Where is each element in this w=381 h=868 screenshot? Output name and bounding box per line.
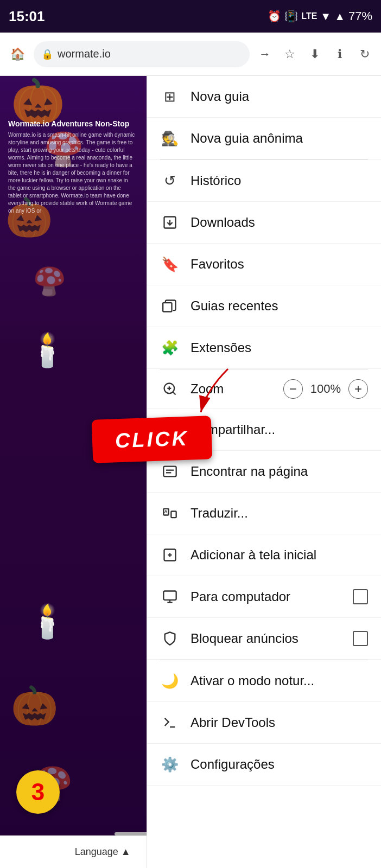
candle-icon: 🕯️ [27,331,68,369]
menu-label-traduzir: Traduzir... [190,506,368,521]
info-button[interactable]: ℹ [329,43,351,65]
new-tab-icon: ⊞ [160,87,180,106]
recent-tabs-icon [160,296,180,316]
para-computador-checkbox[interactable] [353,589,368,604]
bloquear-anuncios-checkbox[interactable] [353,631,368,646]
menu-label-compartilhar: Compartilhar... [190,422,368,437]
bookmark-button[interactable]: ☆ [279,43,301,65]
menu-item-adicionar-tela[interactable]: Adicionar à tela inicial [147,534,381,576]
number-badge: 3 [16,770,60,814]
history-icon: ↺ [160,171,180,190]
svg-rect-2 [163,303,172,311]
menu-item-para-computador[interactable]: Para computador [147,576,381,618]
status-time: 15:01 [9,8,45,25]
extensions-icon: 🧩 [160,338,180,358]
vibrate-icon: 📳 [284,10,298,23]
menu-item-nova-guia[interactable]: ⊞ Nova guia [147,76,381,118]
zoom-out-button[interactable]: − [283,379,303,399]
menu-item-traduzir[interactable]: A| Traduzir... [147,493,381,534]
zoom-controls: − 100% + [283,379,368,399]
refresh-button[interactable]: ↻ [354,43,376,65]
url-box[interactable]: 🔒 wormate.io [34,41,250,67]
click-text: CLICK [115,426,189,452]
menu-label-adicionar-tela: Adicionar à tela inicial [190,547,368,563]
battery-text: 77% [348,9,372,23]
svg-rect-16 [171,512,176,518]
add-home-icon [160,545,180,565]
menu-label-nova-guia-anonima: Nova guia anônima [190,131,368,146]
menu-item-favoritos[interactable]: 🔖 Favoritos [147,244,381,285]
zoom-value: 100% [310,382,341,396]
desktop-icon [160,587,180,607]
find-icon [160,462,180,481]
home-icon: 🏠 [10,47,25,61]
badge-number: 3 [31,778,45,806]
svg-line-4 [173,392,175,394]
home-button[interactable]: 🏠 [5,42,29,66]
menu-label-bloquear-anuncios: Bloquear anúncios [190,631,342,646]
svg-text:A|: A| [164,509,169,514]
game-title: Wormate.io Adventures Non-Stop [8,119,136,128]
language-button[interactable]: Language ▲ [66,842,139,862]
status-icons: ⏰ 📳 LTE ▼ ▲ 77% [268,9,372,23]
menu-label-para-computador: Para computador [190,589,342,604]
game-text-area: Wormate.io Adventures Non-Stop Wormate.i… [3,114,141,220]
signal-icon: ▲ [334,10,345,23]
menu-label-modo-noturno: Ativar o modo notur... [190,673,368,688]
status-bar: 15:01 ⏰ 📳 LTE ▼ ▲ 77% [0,0,381,33]
menu-label-devtools: Abrir DevTools [190,715,368,730]
download-button[interactable]: ⬇ [304,43,326,65]
moon-icon: 🌙 [160,671,180,691]
url-text: wormate.io [58,48,111,60]
downloads-icon [160,213,180,232]
zoom-in-button[interactable]: + [348,379,368,399]
game-desc: Wormate.io is a smash-hit online game wi… [8,131,136,215]
svg-rect-12 [163,467,176,477]
candle-icon-2: 🕯️ [27,602,68,641]
address-bar: 🏠 🔒 wormate.io → ☆ ⬇ ℹ ↻ [0,33,381,76]
menu-label-favoritos: Favoritos [190,257,368,272]
translate-icon: A| [160,503,180,523]
zoom-label: Zoom [190,381,272,397]
menu-item-bloquear-anuncios[interactable]: Bloquear anúncios [147,618,381,660]
menu-label-historico: Histórico [190,173,368,188]
zoom-icon [160,379,180,399]
incognito-icon: 🕵 [160,129,180,148]
dropdown-menu: ⊞ Nova guia 🕵 Nova guia anônima ↺ Histór… [147,76,381,868]
menu-item-historico[interactable]: ↺ Histórico [147,160,381,202]
menu-item-zoom[interactable]: Zoom − 100% + [147,369,381,409]
wifi-icon: ▼ [320,10,331,23]
click-badge: CLICK [92,416,213,463]
svg-rect-21 [163,591,176,600]
menu-item-extensoes[interactable]: 🧩 Extensões [147,327,381,369]
forward-button[interactable]: → [254,43,276,65]
address-bar-actions: → ☆ ⬇ ℹ ↻ [254,43,376,65]
shield-icon [160,629,180,648]
menu-label-extensoes: Extensões [190,340,368,355]
menu-label-nova-guia: Nova guia [190,89,368,104]
settings-icon: ⚙️ [160,755,180,774]
menu-label-downloads: Downloads [190,215,368,230]
menu-item-guias-recentes[interactable]: Guias recentes [147,285,381,327]
alarm-icon: ⏰ [268,10,281,23]
lte-icon: LTE [301,11,317,21]
menu-item-configuracoes[interactable]: ⚙️ Configurações [147,744,381,786]
menu-label-configuracoes: Configurações [190,757,368,772]
menu-label-encontrar: Encontrar na página [190,464,368,479]
devtools-icon [160,713,180,732]
menu-label-guias-recentes: Guias recentes [190,298,368,314]
lock-icon: 🔒 [41,48,53,60]
menu-item-modo-noturno[interactable]: 🌙 Ativar o modo notur... [147,660,381,702]
menu-item-nova-guia-anonima[interactable]: 🕵 Nova guia anônima [147,118,381,159]
menu-item-downloads[interactable]: Downloads [147,202,381,244]
menu-item-devtools[interactable]: Abrir DevTools [147,702,381,744]
bookmarks-icon: 🔖 [160,254,180,274]
